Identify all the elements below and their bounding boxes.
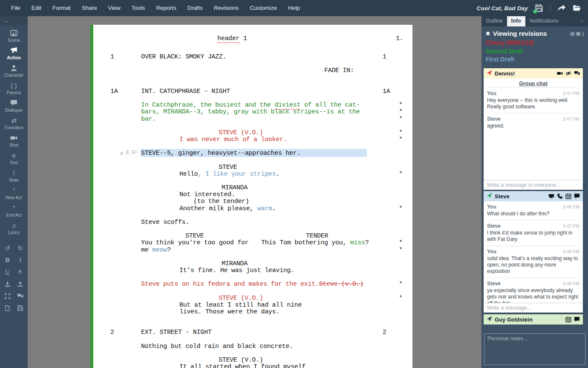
- upload-button[interactable]: [14, 280, 26, 288]
- undo-button[interactable]: ↺: [2, 244, 13, 252]
- menu-item-revisions[interactable]: Revisions: [208, 0, 245, 16]
- menu-item-view[interactable]: View: [103, 0, 126, 16]
- sidebar-item-end-act[interactable]: ”End Act: [0, 202, 28, 220]
- revision-star: *: [399, 205, 403, 212]
- menu-item-drafts[interactable]: Drafts: [182, 0, 208, 16]
- script-line[interactable]: bar.*: [93, 116, 412, 123]
- menu-item-customize[interactable]: Customize: [244, 0, 282, 16]
- chat-bubble-icon[interactable]: [574, 316, 580, 322]
- script-line[interactable]: bars, MIRANDA--3, tabby, gray with black…: [93, 108, 412, 116]
- share-arrow-icon[interactable]: [557, 4, 566, 12]
- editor-avatar-icon[interactable]: [125, 150, 130, 157]
- sidebar-item-scene[interactable]: Scene: [0, 27, 28, 45]
- personal-notes-input[interactable]: [484, 333, 585, 365]
- hide-revision-icon[interactable]: ⊘: [570, 30, 575, 37]
- menu-item-reports[interactable]: Reports: [150, 0, 182, 16]
- chat-message-input[interactable]: [484, 182, 583, 188]
- bold-button[interactable]: B: [2, 256, 13, 264]
- open-folder-icon[interactable]: [573, 4, 581, 12]
- tab-info[interactable]: Info: [507, 16, 525, 26]
- revision-star: *: [399, 101, 403, 109]
- script-line[interactable]: Another milk please, warm.*: [93, 205, 412, 213]
- script-line[interactable]: me meow?*: [93, 246, 412, 254]
- revision-second-draft[interactable]: Second Draft: [486, 47, 585, 56]
- chat-header-steve[interactable]: Steve: [484, 191, 583, 201]
- script-line[interactable]: Nothing but cold rain and black concrete…: [93, 343, 412, 351]
- menu-item-edit[interactable]: Edit: [26, 0, 47, 16]
- script-line[interactable]: You think you're too good forThis Tom bo…: [93, 239, 412, 247]
- sidebar-item-shot[interactable]: Shot: [0, 132, 28, 150]
- script-line[interactable]: It all started when I found myself: [93, 363, 412, 368]
- chat-header-guy-goldstein[interactable]: Guy Goldstein: [484, 314, 583, 325]
- revision-cherry-08-01-18[interactable]: Cherry (08/01/18): [486, 39, 585, 47]
- new-document-button[interactable]: [2, 304, 13, 312]
- strikethrough-button[interactable]: S: [14, 268, 26, 276]
- sidebar-item-dialogue[interactable]: Dialogue: [0, 97, 28, 115]
- group-chat-link[interactable]: Group chat: [487, 78, 579, 87]
- calendar-icon[interactable]: [565, 193, 571, 199]
- sidebar-item-transition[interactable]: ⇄Transition: [0, 115, 28, 132]
- sidebar-item-action[interactable]: Action: [0, 45, 28, 62]
- menu-item-help[interactable]: Help: [282, 0, 306, 16]
- script-line[interactable]: Steve puts on his fedora and makes for t…: [93, 281, 412, 288]
- script-line[interactable]: 1AINT. CATCHPHRASE - NIGHT1A: [93, 88, 412, 96]
- group-bubbles-icon[interactable]: [574, 70, 580, 76]
- phone-icon[interactable]: [557, 193, 563, 199]
- sidebar-item-character[interactable]: Character: [0, 62, 28, 80]
- collapse-sidebar-button[interactable]: ←: [0, 16, 28, 26]
- chat-scrollbar-thumb[interactable]: [583, 181, 585, 188]
- redo-button[interactable]: ↻: [14, 244, 26, 252]
- script-line[interactable]: 1OVER BLACK: SMOKY JAZZ.1: [93, 53, 412, 61]
- hidden-eye-icon[interactable]: [565, 70, 571, 76]
- script-text: MIRANDA: [222, 260, 248, 267]
- sidebar-item-lyrics[interactable]: ♫Lyrics: [0, 220, 28, 237]
- chat-header-dennis[interactable]: Dennis!: [484, 68, 583, 78]
- chat-scrollbar-thumb[interactable]: [583, 304, 585, 310]
- script-line[interactable]: FADE IN:: [93, 67, 412, 75]
- script-page[interactable]: header 11.1OVER BLACK: SMOKY JAZZ.1FADE …: [90, 25, 412, 368]
- revert-edit-icon[interactable]: ↺: [120, 150, 123, 156]
- script-line[interactable]: It's fine. He was just leaving.: [93, 267, 412, 275]
- comment-bubble-icon[interactable]: [132, 150, 137, 157]
- script-line[interactable]: Steve scoffs.: [93, 219, 412, 226]
- chat-bubble-icon[interactable]: [574, 193, 580, 199]
- save-button[interactable]: [14, 304, 26, 312]
- calendar-icon[interactable]: [565, 316, 571, 322]
- revision-first-draft[interactable]: First Draft: [486, 55, 585, 64]
- dialogue-icon: [10, 99, 17, 107]
- screen-share-icon[interactable]: [548, 193, 554, 199]
- menu-bar: FileEditFormatShareViewToolsReportsDraft…: [0, 0, 588, 16]
- menu-item-tools[interactable]: Tools: [126, 0, 151, 16]
- tab-notifications[interactable]: Notifications: [525, 16, 563, 26]
- video-camera-icon[interactable]: [557, 70, 563, 76]
- sidebar-item-parens[interactable]: ( )Parens: [0, 80, 28, 97]
- editor-area[interactable]: header 11.1OVER BLACK: SMOKY JAZZ.1FADE …: [28, 16, 481, 368]
- script-line[interactable]: 2EXT. STREET - NIGHT2: [93, 329, 412, 336]
- clear-revision-icon[interactable]: ⊗: [576, 30, 581, 37]
- send-icon: [487, 193, 492, 200]
- script-line[interactable]: lives. Those were the days.: [93, 308, 412, 316]
- chat-button[interactable]: [14, 292, 26, 300]
- save-status-icon[interactable]: ✓: [535, 4, 543, 12]
- fullscreen-button[interactable]: [2, 292, 13, 300]
- italic-button[interactable]: I: [14, 256, 26, 264]
- menu-item-format[interactable]: Format: [47, 0, 76, 16]
- sidebar-item-new-act[interactable]: “New Act: [0, 185, 28, 202]
- script-line[interactable]: I was never much of a looker.*: [93, 136, 412, 144]
- menu-item-share[interactable]: Share: [76, 0, 103, 16]
- download-button[interactable]: [2, 280, 13, 288]
- underline-button[interactable]: U: [2, 268, 13, 276]
- chat-message-input[interactable]: [484, 305, 583, 311]
- tab-outline[interactable]: Outline: [481, 16, 507, 26]
- video-camera-icon: [10, 134, 17, 142]
- sidebar-item-note[interactable]: !Note: [0, 167, 28, 185]
- close-icon[interactable]: ✖: [486, 31, 490, 37]
- panel-collapse-arrow[interactable]: →: [575, 16, 588, 26]
- script-line[interactable]: header 11.: [93, 35, 412, 43]
- sort-revisions-icon[interactable]: ↕: [582, 30, 585, 37]
- menu-item-file[interactable]: File: [6, 0, 26, 16]
- sidebar-item-text[interactable]: ≡Text: [0, 150, 28, 167]
- script-line[interactable]: (to the tender): [93, 198, 412, 206]
- script-line[interactable]: Hello, I like your stripes.*: [93, 171, 412, 178]
- script-line[interactable]: ↺STEVE--5, ginger, heavyset--approaches …: [93, 150, 412, 157]
